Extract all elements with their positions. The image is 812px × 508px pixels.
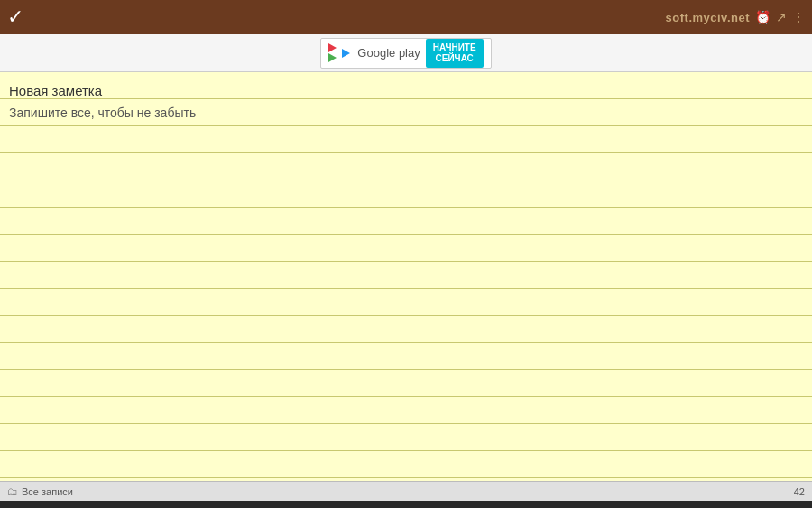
toolbar-right: soft.myciv.net ⏰ ↗ ⋮: [666, 10, 805, 24]
play-triangle-blue: [342, 49, 350, 58]
check-icon[interactable]: ✓: [7, 5, 23, 29]
ad-banner[interactable]: Google play НАЧНИТЕ СЕЙЧАС: [320, 38, 491, 69]
ad-banner-container: Google play НАЧНИТЕ СЕЙЧАС: [0, 34, 812, 72]
google-play-text: Google play: [357, 46, 420, 60]
watermark: soft.myciv.net: [666, 11, 750, 24]
alarm-icon[interactable]: ⏰: [755, 10, 770, 24]
folder-icon: 🗂: [7, 485, 18, 498]
google-play-logo: Google play: [328, 43, 420, 62]
toolbar-left: ✓: [7, 5, 23, 29]
share-icon[interactable]: ↗: [776, 10, 787, 24]
status-bar: 🗂 Все записи 42: [0, 481, 812, 501]
folder-label: Все записи: [22, 486, 73, 497]
ad-cta-button[interactable]: НАЧНИТЕ СЕЙЧАС: [426, 39, 484, 68]
play-triangle-red: [328, 43, 337, 52]
status-left: 🗂 Все записи: [7, 485, 73, 498]
nav-bar: ⚙ 🤖 🖼 ● 00:08 ▲ ▐▌ ▓: [0, 501, 812, 508]
play-triangle-green: [328, 53, 337, 62]
note-area[interactable]: Новая заметка Запишите все, чтобы не заб…: [0, 72, 812, 481]
note-subtitle[interactable]: Запишите все, чтобы не забыть: [0, 99, 812, 126]
menu-icon[interactable]: ⋮: [792, 10, 805, 24]
toolbar: ✓ soft.myciv.net ⏰ ↗ ⋮: [0, 0, 812, 34]
note-title[interactable]: Новая заметка: [0, 72, 812, 99]
note-count: 42: [794, 486, 805, 497]
